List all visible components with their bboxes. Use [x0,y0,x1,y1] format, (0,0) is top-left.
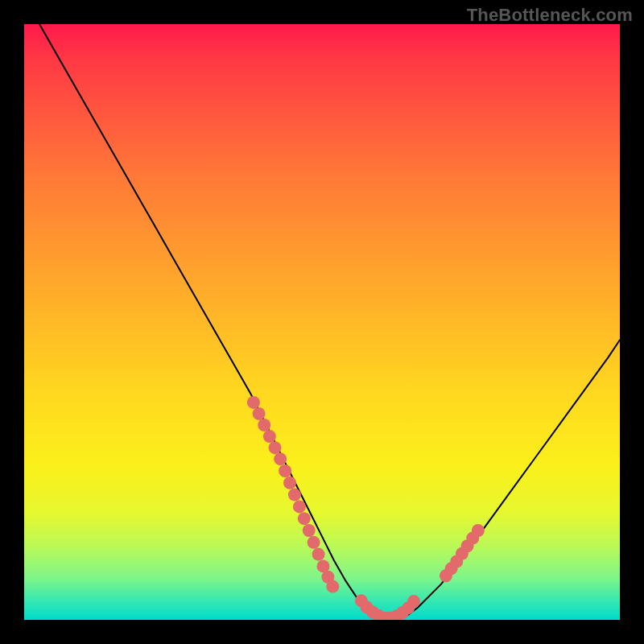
data-point [472,524,485,537]
data-point [308,536,320,549]
data-point [258,419,270,431]
data-point [247,396,260,409]
plot-area [24,24,620,620]
data-point [326,580,339,593]
data-point [293,500,306,513]
data-point [298,512,311,525]
data-point [303,524,316,537]
data-point [253,407,266,420]
marker-cluster-bottom [355,594,420,620]
main-curve [36,24,620,620]
chart-frame: TheBottleneck.com [0,0,644,644]
data-point [269,441,282,454]
watermark-text: TheBottleneck.com [467,5,633,26]
data-point [274,452,287,465]
data-point [288,489,301,502]
data-point [312,548,325,561]
marker-cluster-right [440,524,485,582]
chart-svg [24,24,620,620]
marker-cluster-left [247,396,339,593]
data-point [407,595,420,608]
data-point [279,464,291,477]
data-point [283,477,296,489]
data-point [263,430,276,443]
